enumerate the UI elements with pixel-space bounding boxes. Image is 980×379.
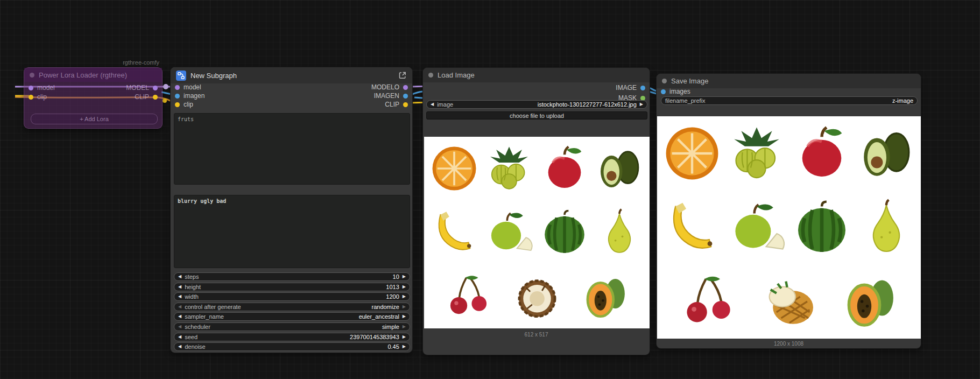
- widget-steps[interactable]: ◀steps10▶: [174, 272, 410, 281]
- decrement-arrow-icon[interactable]: ◀: [178, 312, 181, 321]
- node-power-lora-loader[interactable]: Power Lora Loader (rgthree) modelclipMOD…: [24, 67, 163, 129]
- widget-height[interactable]: ◀height1013▶: [174, 283, 410, 291]
- node-title: New Subgraph: [191, 72, 237, 80]
- node-header[interactable]: Load Image: [423, 68, 650, 82]
- increment-arrow-icon[interactable]: ▶: [403, 283, 406, 291]
- node-title: Power Lora Loader (rgthree): [39, 71, 127, 79]
- collapse-dot-icon[interactable]: [428, 73, 433, 78]
- input-port-model[interactable]: model: [29, 84, 55, 92]
- widget-scheduler[interactable]: ◀schedulersimple▶: [174, 322, 410, 331]
- fruit-papaya: [841, 272, 900, 331]
- decrement-arrow-icon[interactable]: ◀: [178, 292, 181, 301]
- port-label: CLIP: [385, 101, 399, 108]
- saved-image-preview: [657, 116, 921, 339]
- port-dot-icon[interactable]: [175, 94, 180, 99]
- output-port-CLIP[interactable]: CLIP: [385, 101, 408, 108]
- filename-prefix-label: filename_prefix: [665, 97, 706, 104]
- input-port-clip[interactable]: clip: [175, 101, 193, 108]
- widget-width[interactable]: ◀width1200▶: [174, 292, 410, 301]
- output-port-CLIP[interactable]: CLIP: [135, 93, 158, 101]
- collapse-dot-icon[interactable]: [662, 79, 667, 83]
- fruit-banana: [429, 208, 479, 257]
- increment-arrow-icon[interactable]: ▶: [403, 292, 406, 301]
- node-load-image[interactable]: Load Image IMAGEMASK ◀ image istockphoto…: [422, 67, 650, 355]
- negative-prompt-textarea[interactable]: blurry ugly bad: [174, 195, 410, 268]
- output-port-IMAGE[interactable]: IMAGE: [616, 84, 645, 92]
- link-midpoint-dot[interactable]: [163, 99, 167, 103]
- increment-arrow-icon[interactable]: ▶: [403, 312, 406, 321]
- output-port-MODELO[interactable]: MODELO: [371, 83, 408, 91]
- port-dot-icon[interactable]: [29, 95, 33, 100]
- node-save-image[interactable]: Save Image images filename_prefix z-imag…: [656, 73, 921, 349]
- port-dot-icon[interactable]: [175, 102, 180, 107]
- widget-value: 1200: [386, 293, 399, 300]
- fruit-avocado: [595, 144, 644, 193]
- fruit-red-apple: [792, 124, 851, 183]
- port-dot-icon[interactable]: [175, 85, 180, 90]
- port-label: IMAGE: [616, 84, 637, 92]
- port-label: clip: [37, 93, 47, 101]
- widget-value: euler_ancestral: [359, 313, 399, 320]
- widget-denoise[interactable]: ◀denoise0.45▶: [174, 342, 410, 351]
- node-header[interactable]: Save Image: [657, 74, 921, 88]
- widget-label: steps: [185, 273, 199, 280]
- widget-label: sampler_name: [185, 313, 224, 320]
- port-dot-icon[interactable]: [153, 86, 158, 90]
- fruit-pineapple: [760, 272, 819, 331]
- node-canvas[interactable]: rgthree-comfy Power Lora Loader (rgthree…: [0, 0, 980, 379]
- widget-value: 0.45: [387, 343, 399, 350]
- choose-file-button[interactable]: choose file to upload: [426, 111, 647, 120]
- decrement-arrow-icon[interactable]: ◀: [178, 322, 181, 331]
- port-label: imagen: [184, 92, 205, 100]
- increment-arrow-icon[interactable]: ▶: [403, 322, 406, 331]
- increment-arrow-icon[interactable]: ▶: [403, 342, 406, 351]
- increment-arrow-icon[interactable]: ▶: [403, 303, 406, 311]
- image-dimensions-label: 612 x 517: [423, 332, 650, 338]
- add-lora-button[interactable]: + Add Lora: [31, 114, 158, 124]
- link-midpoint-dot[interactable]: [163, 84, 168, 89]
- port-dot-icon[interactable]: [661, 89, 666, 94]
- port-label: IMAGEN: [374, 92, 399, 100]
- port-label: model: [37, 84, 55, 92]
- increment-arrow-icon[interactable]: ▶: [403, 272, 406, 281]
- port-dot-icon[interactable]: [403, 94, 408, 99]
- widget-label: seed: [185, 334, 198, 340]
- input-port-images[interactable]: images: [661, 88, 690, 95]
- port-label: CLIP: [135, 93, 149, 101]
- increment-arrow-icon[interactable]: ▶: [403, 333, 406, 341]
- output-port-MODEL[interactable]: MODEL: [126, 84, 158, 92]
- expand-subgraph-icon[interactable]: [398, 71, 407, 80]
- positive-prompt-textarea[interactable]: fruts: [174, 113, 410, 185]
- decrement-arrow-icon[interactable]: ◀: [178, 283, 181, 291]
- fruit-avocado: [857, 124, 916, 183]
- decrement-arrow-icon[interactable]: ◀: [178, 342, 181, 351]
- node-header[interactable]: Power Lora Loader (rgthree): [24, 68, 162, 82]
- port-dot-icon[interactable]: [403, 102, 408, 107]
- previous-image-arrow-icon[interactable]: ◀: [431, 100, 434, 109]
- widget-seed[interactable]: ◀seed239700145383943▶: [174, 333, 410, 341]
- input-port-model[interactable]: model: [175, 83, 201, 91]
- widget-label: height: [185, 284, 201, 290]
- node-header[interactable]: New Subgraph: [171, 67, 412, 83]
- next-image-arrow-icon[interactable]: ▶: [640, 100, 643, 109]
- input-port-clip[interactable]: clip: [29, 93, 47, 101]
- filename-prefix-input[interactable]: filename_prefix z-image: [661, 96, 918, 105]
- port-dot-icon[interactable]: [29, 86, 33, 90]
- port-dot-icon[interactable]: [153, 95, 158, 100]
- widget-value: 239700145383943: [350, 334, 399, 340]
- output-port-IMAGEN[interactable]: IMAGEN: [374, 92, 408, 100]
- fruit-watermelon: [540, 208, 589, 257]
- widget-sampler-name[interactable]: ◀sampler_nameeuler_ancestral▶: [174, 312, 410, 321]
- decrement-arrow-icon[interactable]: ◀: [178, 272, 181, 281]
- input-port-imagen[interactable]: imagen: [175, 92, 205, 100]
- image-filename-combo[interactable]: ◀ image istockphoto-1301227277-612x612.j…: [426, 100, 647, 109]
- node-new-subgraph[interactable]: New Subgraph modelimagenclipMODELOIMAGEN…: [170, 67, 413, 353]
- decrement-arrow-icon[interactable]: ◀: [178, 333, 181, 341]
- port-dot-icon[interactable]: [640, 86, 645, 90]
- fruit-gooseberries: [484, 144, 534, 193]
- decrement-arrow-icon[interactable]: ◀: [178, 303, 181, 311]
- widget-control-after-generate[interactable]: ◀control after generaterandomize▶: [174, 303, 410, 311]
- collapse-dot-icon[interactable]: [30, 73, 34, 78]
- widget-label: width: [185, 293, 199, 300]
- port-dot-icon[interactable]: [403, 85, 408, 90]
